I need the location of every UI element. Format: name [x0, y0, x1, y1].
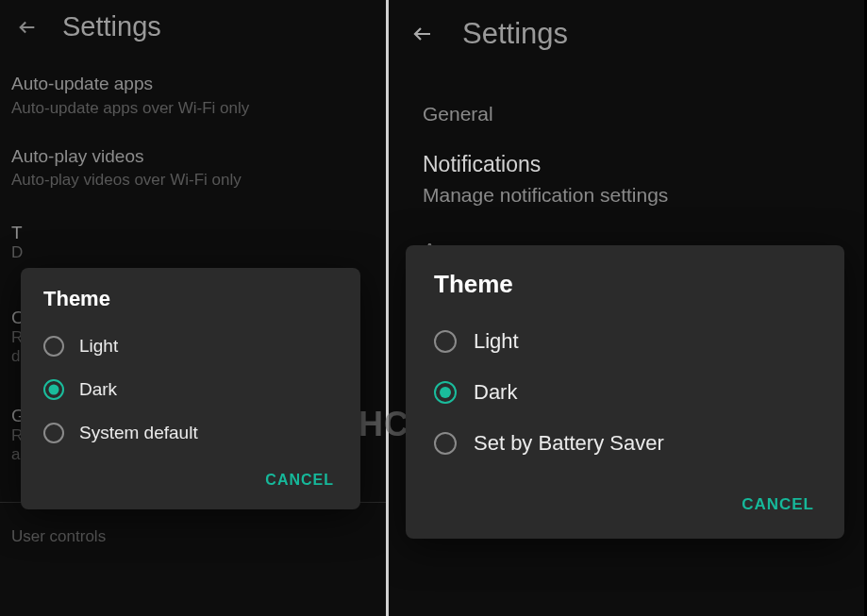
- theme-dialog: Theme Light Dark System default CANCEL: [21, 268, 360, 509]
- setting-subtitle: Manage notification settings: [423, 182, 830, 208]
- setting-title: Notifications: [423, 150, 830, 179]
- back-arrow-icon[interactable]: [411, 23, 434, 45]
- radio-label: Light: [474, 329, 519, 354]
- dialog-actions: CANCEL: [406, 469, 844, 529]
- radio-label: Light: [79, 336, 118, 357]
- right-pane: Settings General Notifications Manage no…: [389, 0, 864, 616]
- dialog-title: Theme: [21, 287, 360, 325]
- dialog-actions: CANCEL: [21, 455, 360, 500]
- setting-notifications[interactable]: Notifications Manage notification settin…: [389, 133, 864, 225]
- radio-icon: [434, 432, 457, 455]
- theme-dialog: Theme Light Dark Set by Battery Saver CA…: [406, 245, 844, 539]
- radio-icon: [43, 423, 64, 443]
- radio-option-system-default[interactable]: System default: [21, 411, 360, 455]
- radio-option-light[interactable]: Light: [406, 316, 844, 367]
- radio-option-light[interactable]: Light: [21, 325, 360, 368]
- header: Settings: [0, 0, 386, 59]
- setting-subtitle: Auto-update apps over Wi-Fi only: [11, 98, 375, 120]
- radio-label: System default: [79, 423, 198, 443]
- setting-title: Auto-update apps: [11, 72, 375, 96]
- back-arrow-icon[interactable]: [17, 17, 38, 38]
- radio-option-dark[interactable]: Dark: [406, 367, 844, 418]
- section-general: General: [389, 89, 864, 133]
- setting-auto-play[interactable]: Auto-play videos Auto-play videos over W…: [0, 132, 386, 205]
- radio-icon: [434, 330, 457, 353]
- section-user-controls: User controls: [0, 516, 386, 546]
- radio-label: Dark: [79, 379, 117, 400]
- radio-label: Dark: [474, 380, 517, 405]
- radio-icon: [43, 379, 64, 400]
- header: Settings: [389, 0, 864, 68]
- setting-auto-update[interactable]: Auto-update apps Auto-update apps over W…: [0, 59, 386, 132]
- setting-title: Auto-play videos: [11, 144, 375, 169]
- radio-label: Set by Battery Saver: [474, 431, 664, 456]
- radio-option-battery-saver[interactable]: Set by Battery Saver: [406, 418, 844, 469]
- radio-option-dark[interactable]: Dark: [21, 368, 360, 411]
- setting-subtitle: Auto-play videos over Wi-Fi only: [11, 170, 375, 191]
- radio-icon: [434, 381, 457, 404]
- left-pane: Settings Auto-update apps Auto-update ap…: [0, 0, 389, 616]
- page-title: Settings: [462, 17, 568, 51]
- page-title: Settings: [62, 11, 161, 42]
- dialog-title: Theme: [406, 264, 844, 316]
- cancel-button[interactable]: CANCEL: [734, 490, 822, 520]
- radio-icon: [43, 336, 64, 357]
- cancel-button[interactable]: CANCEL: [258, 466, 342, 494]
